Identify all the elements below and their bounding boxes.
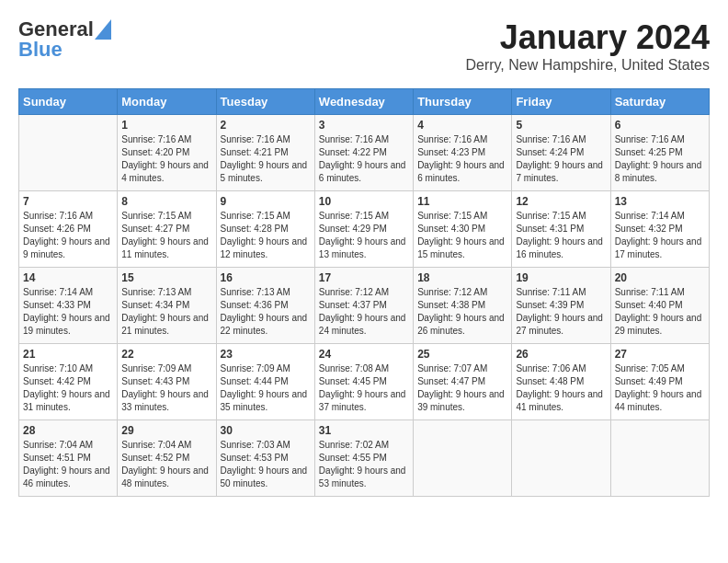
sunrise-text: Sunrise: 7:16 AM (615, 133, 705, 146)
sunset-text: Sunset: 4:49 PM (615, 375, 705, 388)
day-number: 24 (319, 348, 409, 361)
day-number: 4 (417, 119, 507, 132)
calendar-cell: 1 Sunrise: 7:16 AM Sunset: 4:20 PM Dayli… (118, 115, 216, 191)
daylight-text: Daylight: 9 hours and 37 minutes. (319, 388, 409, 414)
calendar-cell: 5 Sunrise: 7:16 AM Sunset: 4:24 PM Dayli… (512, 115, 610, 191)
sunset-text: Sunset: 4:22 PM (319, 146, 409, 159)
calendar-week-row: 1 Sunrise: 7:16 AM Sunset: 4:20 PM Dayli… (19, 115, 710, 191)
day-number: 27 (615, 348, 705, 361)
calendar-week-row: 7 Sunrise: 7:16 AM Sunset: 4:26 PM Dayli… (19, 191, 710, 268)
sunset-text: Sunset: 4:44 PM (221, 375, 311, 388)
sunrise-text: Sunrise: 7:09 AM (121, 362, 211, 375)
daylight-text: Daylight: 9 hours and 22 minutes. (221, 312, 311, 338)
calendar-cell: 4 Sunrise: 7:16 AM Sunset: 4:23 PM Dayli… (414, 115, 512, 191)
daylight-text: Daylight: 9 hours and 15 minutes. (417, 236, 507, 261)
sunrise-text: Sunrise: 7:15 AM (417, 210, 507, 223)
sunset-text: Sunset: 4:52 PM (121, 452, 211, 465)
calendar-header-row: SundayMondayTuesdayWednesdayThursdayFrid… (19, 89, 710, 115)
sunset-text: Sunset: 4:30 PM (417, 223, 507, 236)
day-number: 20 (615, 271, 705, 284)
daylight-text: Daylight: 9 hours and 41 minutes. (516, 388, 606, 414)
daylight-text: Daylight: 9 hours and 9 minutes. (23, 236, 113, 261)
day-number: 8 (121, 195, 211, 208)
sunset-text: Sunset: 4:48 PM (516, 375, 606, 388)
calendar-cell: 11 Sunrise: 7:15 AM Sunset: 4:30 PM Dayl… (414, 191, 512, 268)
logo: General Blue (18, 18, 111, 61)
sunset-text: Sunset: 4:31 PM (516, 223, 606, 236)
calendar-cell: 9 Sunrise: 7:15 AM Sunset: 4:28 PM Dayli… (216, 191, 314, 268)
sunrise-text: Sunrise: 7:09 AM (221, 362, 311, 375)
day-number: 23 (221, 348, 311, 361)
sunset-text: Sunset: 4:27 PM (121, 223, 211, 236)
daylight-text: Daylight: 9 hours and 8 minutes. (615, 159, 705, 185)
sunrise-text: Sunrise: 7:08 AM (319, 362, 409, 375)
daylight-text: Daylight: 9 hours and 16 minutes. (516, 236, 606, 261)
sunrise-text: Sunrise: 7:16 AM (221, 133, 311, 146)
day-number: 15 (121, 271, 211, 284)
sunset-text: Sunset: 4:34 PM (121, 299, 211, 312)
sunset-text: Sunset: 4:20 PM (121, 146, 211, 159)
sunset-text: Sunset: 4:45 PM (319, 375, 409, 388)
location-subtitle: Derry, New Hampshire, United States (465, 57, 710, 74)
daylight-text: Daylight: 9 hours and 6 minutes. (417, 159, 507, 185)
day-number: 28 (23, 424, 113, 437)
calendar-week-row: 14 Sunrise: 7:14 AM Sunset: 4:33 PM Dayl… (19, 268, 710, 344)
day-number: 21 (23, 348, 113, 361)
day-number: 6 (615, 119, 705, 132)
day-number: 5 (516, 119, 606, 132)
daylight-text: Daylight: 9 hours and 48 minutes. (121, 465, 211, 490)
day-number: 14 (23, 271, 113, 284)
daylight-text: Daylight: 9 hours and 12 minutes. (221, 236, 311, 261)
calendar-cell: 21 Sunrise: 7:10 AM Sunset: 4:42 PM Dayl… (19, 344, 118, 420)
sunset-text: Sunset: 4:24 PM (516, 146, 606, 159)
sunrise-text: Sunrise: 7:16 AM (417, 133, 507, 146)
calendar-cell: 16 Sunrise: 7:13 AM Sunset: 4:36 PM Dayl… (216, 268, 314, 344)
calendar-cell: 2 Sunrise: 7:16 AM Sunset: 4:21 PM Dayli… (216, 115, 314, 191)
calendar-cell: 17 Sunrise: 7:12 AM Sunset: 4:37 PM Dayl… (314, 268, 413, 344)
daylight-text: Daylight: 9 hours and 5 minutes. (221, 159, 311, 185)
calendar-cell: 28 Sunrise: 7:04 AM Sunset: 4:51 PM Dayl… (19, 420, 118, 497)
sunset-text: Sunset: 4:53 PM (221, 452, 311, 465)
sunset-text: Sunset: 4:40 PM (615, 299, 705, 312)
sunrise-text: Sunrise: 7:06 AM (516, 362, 606, 375)
sunset-text: Sunset: 4:51 PM (23, 452, 113, 465)
sunrise-text: Sunrise: 7:13 AM (121, 286, 211, 299)
sunset-text: Sunset: 4:21 PM (221, 146, 311, 159)
daylight-text: Daylight: 9 hours and 31 minutes. (23, 388, 113, 414)
month-year-title: January 2024 (465, 18, 710, 57)
day-number: 16 (221, 271, 311, 284)
daylight-text: Daylight: 9 hours and 7 minutes. (516, 159, 606, 185)
sunrise-text: Sunrise: 7:14 AM (615, 210, 705, 223)
sunrise-text: Sunrise: 7:12 AM (417, 286, 507, 299)
sunset-text: Sunset: 4:38 PM (417, 299, 507, 312)
daylight-text: Daylight: 9 hours and 46 minutes. (23, 465, 113, 490)
calendar-cell: 15 Sunrise: 7:13 AM Sunset: 4:34 PM Dayl… (118, 268, 216, 344)
sunset-text: Sunset: 4:26 PM (23, 223, 113, 236)
sunset-text: Sunset: 4:23 PM (417, 146, 507, 159)
sunrise-text: Sunrise: 7:14 AM (23, 286, 113, 299)
calendar-week-row: 28 Sunrise: 7:04 AM Sunset: 4:51 PM Dayl… (19, 420, 710, 497)
calendar-cell: 18 Sunrise: 7:12 AM Sunset: 4:38 PM Dayl… (414, 268, 512, 344)
calendar-table: SundayMondayTuesdayWednesdayThursdayFrid… (18, 88, 710, 497)
day-number: 11 (417, 195, 507, 208)
day-number: 1 (121, 119, 211, 132)
sunrise-text: Sunrise: 7:07 AM (417, 362, 507, 375)
sunset-text: Sunset: 4:37 PM (319, 299, 409, 312)
daylight-text: Daylight: 9 hours and 44 minutes. (615, 388, 705, 414)
sunrise-text: Sunrise: 7:15 AM (319, 210, 409, 223)
calendar-cell: 7 Sunrise: 7:16 AM Sunset: 4:26 PM Dayli… (19, 191, 118, 268)
daylight-text: Daylight: 9 hours and 26 minutes. (417, 312, 507, 338)
day-number: 18 (417, 271, 507, 284)
daylight-text: Daylight: 9 hours and 24 minutes. (319, 312, 409, 338)
daylight-text: Daylight: 9 hours and 6 minutes. (319, 159, 409, 185)
sunset-text: Sunset: 4:32 PM (615, 223, 705, 236)
sunset-text: Sunset: 4:42 PM (23, 375, 113, 388)
calendar-cell: 14 Sunrise: 7:14 AM Sunset: 4:33 PM Dayl… (19, 268, 118, 344)
sunrise-text: Sunrise: 7:02 AM (319, 439, 409, 452)
sunrise-text: Sunrise: 7:04 AM (121, 439, 211, 452)
day-number: 29 (121, 424, 211, 437)
sunrise-text: Sunrise: 7:15 AM (121, 210, 211, 223)
sunrise-text: Sunrise: 7:12 AM (319, 286, 409, 299)
calendar-cell: 23 Sunrise: 7:09 AM Sunset: 4:44 PM Dayl… (216, 344, 314, 420)
sunrise-text: Sunrise: 7:10 AM (23, 362, 113, 375)
